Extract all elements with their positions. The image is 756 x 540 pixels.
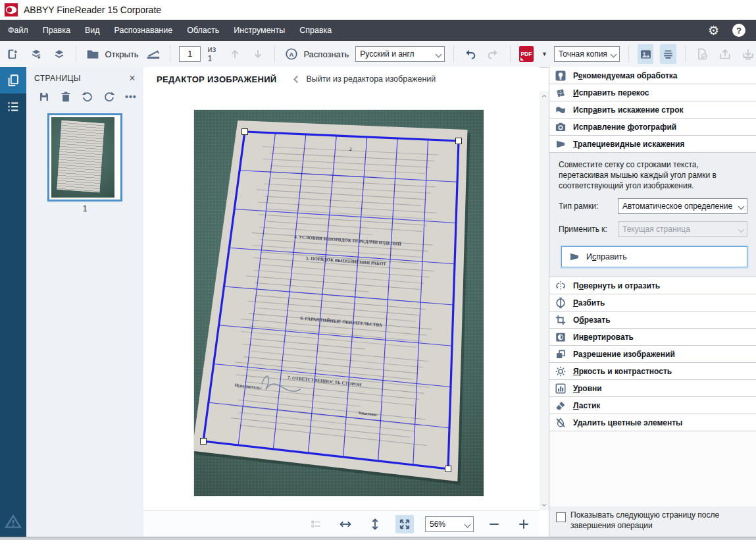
fit-page-button[interactable] (395, 515, 414, 533)
text-view-toggle[interactable] (660, 44, 676, 64)
menu-item[interactable]: Инструменты (234, 26, 285, 35)
pages-stack-button[interactable] (51, 44, 67, 64)
tool-label: Исправить перекос (573, 88, 649, 97)
menu-item[interactable]: Правка (43, 26, 70, 35)
save-page-button[interactable] (38, 91, 50, 103)
redo-button[interactable] (485, 44, 501, 64)
scanner-icon (146, 47, 161, 61)
fit-width-button[interactable] (336, 515, 355, 533)
fit-height-button[interactable] (366, 515, 384, 533)
trapezoid-icon (568, 251, 580, 263)
instruction-text: Совместите сетку со строками текста, пер… (559, 159, 747, 191)
zoom-in-button[interactable] (515, 515, 533, 533)
title-bar: ABBYY FineReader 15 Corporate (0, 0, 756, 20)
zoom-select[interactable]: 56% (425, 516, 474, 532)
tool-label: Разрешение изображений (573, 350, 675, 359)
show-next-page-checkbox[interactable] (556, 512, 566, 522)
thumbnail-page-number: 1 (26, 204, 143, 213)
rotate-right-button[interactable] (103, 91, 115, 103)
tool-split[interactable]: Разбить (549, 294, 756, 311)
editor-canvas[interactable]: 24. УСЛОВИЯ И ПОРЯДОК ПЕРЕДАЧИ ИЗДЕЛИЙ5.… (143, 91, 540, 511)
tool-lightbulb[interactable]: Рекомендуемая обработка (549, 67, 756, 84)
open-button[interactable] (85, 44, 101, 64)
menu-item[interactable]: Справка (299, 26, 332, 35)
page-thumbnail[interactable] (47, 113, 122, 202)
close-icon[interactable]: × (129, 73, 136, 84)
tool-deskew[interactable]: Исправить перекос (549, 84, 756, 101)
save-pdf-button[interactable]: PDF (519, 46, 534, 62)
rail-list-button[interactable] (0, 94, 26, 120)
vertical-scrollbar[interactable] (540, 91, 549, 510)
exit-editor-button[interactable]: Выйти из редактора изображений (291, 74, 436, 85)
settings-gear-icon[interactable]: ⚙ (708, 24, 719, 37)
delete-page-button[interactable] (60, 91, 72, 103)
mode-select[interactable]: Точная копия (554, 46, 620, 62)
redo-icon (487, 48, 499, 61)
image-view-toggle[interactable] (638, 44, 654, 64)
menu-item[interactable]: Вид (85, 26, 100, 35)
recognize-button[interactable]: A (284, 44, 300, 64)
trapezoid-section: Совместите сетку со строками текста, пер… (549, 153, 756, 277)
send-button[interactable] (717, 44, 734, 64)
tool-invert[interactable]: Инвертировать (549, 329, 756, 346)
fit-width-icon (339, 518, 352, 531)
apply-to-label: Применить к: (559, 225, 618, 234)
save-as-button[interactable] (740, 44, 756, 64)
trash-icon (60, 91, 72, 103)
tool-label: Повернуть и отразить (573, 281, 660, 290)
recognize-label[interactable]: Распознать (303, 49, 349, 59)
add-pages-button[interactable] (28, 44, 45, 64)
scan-button[interactable] (145, 44, 162, 64)
frame-type-label: Тип рамки: (559, 202, 618, 211)
thumbnails-toggle-button[interactable] (307, 515, 325, 533)
menu-item[interactable]: Файл (8, 26, 28, 35)
page-number-input[interactable]: 1 (179, 46, 201, 62)
document-photo[interactable]: 24. УСЛОВИЯ И ПОРЯДОК ПЕРЕДАЧИ ИЗДЕЛИЙ5.… (194, 110, 484, 496)
tool-levels[interactable]: Уровни (549, 380, 756, 397)
list-icon (6, 99, 20, 114)
rail-pages-button[interactable] (0, 67, 26, 94)
tool-removecolor[interactable]: Удалить цветные элементы (549, 414, 756, 431)
zoom-out-button[interactable] (485, 515, 503, 533)
tool-crop[interactable]: Обрезать (549, 311, 756, 329)
fix-button[interactable]: Исправить (561, 246, 747, 267)
tool-trapezoid[interactable]: Трапециевидные искажения (549, 136, 756, 153)
tool-eraser[interactable]: Ластик (549, 397, 756, 414)
rotate-left-button[interactable] (82, 91, 93, 103)
tool-label: Трапециевидные искажения (573, 140, 684, 149)
help-icon[interactable]: ? (732, 24, 745, 37)
verify-button[interactable] (694, 44, 711, 64)
scroll-up-icon[interactable] (540, 91, 549, 101)
frame-type-select[interactable]: Автоматическое определение (618, 198, 747, 214)
save-icon (38, 91, 50, 103)
tool-wavylines[interactable]: Исправить искажение строк (549, 101, 756, 119)
warning-button[interactable] (0, 507, 26, 536)
previous-page-button[interactable] (226, 44, 243, 64)
rotateflip-icon (555, 280, 573, 292)
chevron-down-icon (738, 227, 744, 232)
menu-item[interactable]: Область (187, 26, 219, 35)
more-options-button[interactable]: ••• (125, 92, 137, 102)
fit-height-icon (368, 518, 382, 531)
pdf-dropdown-caret-icon[interactable]: ▼ (542, 51, 547, 57)
next-page-button[interactable] (249, 44, 266, 64)
svg-text:A: A (290, 51, 294, 58)
frame-type-value: Автоматическое определение (622, 202, 735, 211)
language-select[interactable]: Русский и англ (355, 46, 444, 62)
thumbnails-icon (310, 518, 322, 530)
tool-camera[interactable]: Исправление фотографий (549, 119, 756, 136)
recognize-icon: A (285, 47, 298, 61)
tool-brightness[interactable]: Яркость и контрастность (549, 363, 756, 380)
tool-label: Яркость и контрастность (573, 367, 672, 376)
open-label[interactable]: Открыть (105, 49, 139, 59)
image-mode-icon (640, 48, 652, 61)
menu-item[interactable]: Распознавание (114, 26, 173, 35)
camera-icon (555, 121, 573, 133)
scroll-down-icon[interactable] (540, 500, 549, 510)
tool-rotateflip[interactable]: Повернуть и отразить (549, 277, 756, 294)
undo-button[interactable] (463, 44, 479, 64)
tool-resolution[interactable]: Разрешение изображений (549, 346, 756, 363)
new-document-button[interactable] (5, 44, 22, 64)
perspective-grid-overlay[interactable]: 24. УСЛОВИЯ И ПОРЯДОК ПЕРЕДАЧИ ИЗДЕЛИЙ5.… (194, 110, 484, 496)
split-icon (555, 297, 573, 309)
